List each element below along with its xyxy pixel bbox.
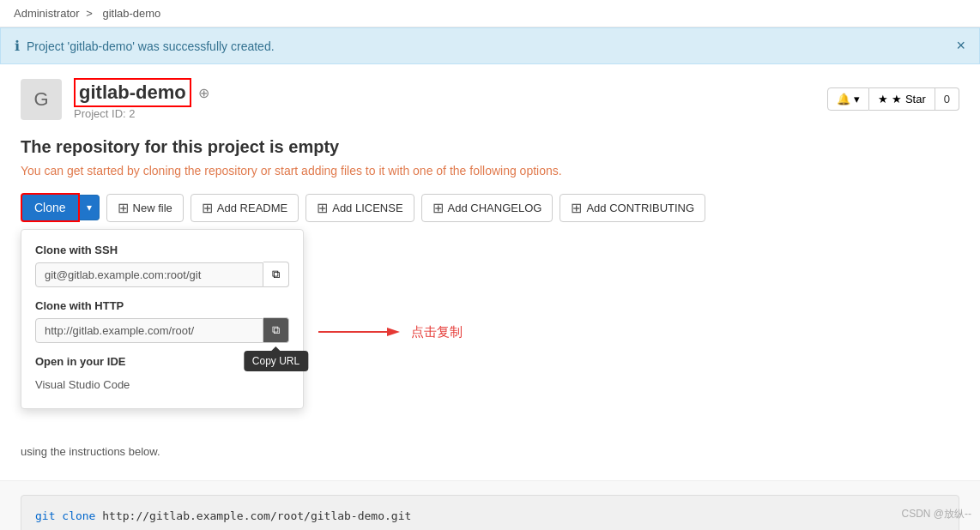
copy-icon-http: ⧉	[272, 323, 280, 337]
globe-icon: ⊕	[198, 85, 209, 101]
new-file-button[interactable]: ⊞ New file	[106, 194, 184, 222]
add-license-button[interactable]: ⊞ Add LICENSE	[305, 194, 414, 222]
project-id: Project ID: 2	[74, 107, 209, 120]
alert-message: Project 'gitlab-demo' was successfully c…	[27, 39, 275, 53]
http-url-input[interactable]	[35, 318, 263, 343]
alert-close-button[interactable]: ×	[956, 37, 965, 55]
ide-option[interactable]: Visual Studio Code	[35, 375, 289, 394]
empty-repo-title: The repository for this project is empty	[21, 137, 959, 157]
add-license-label: Add LICENSE	[332, 202, 402, 214]
new-file-label: New file	[133, 202, 172, 214]
ssh-copy-button[interactable]: ⧉	[263, 262, 289, 287]
project-avatar: G	[21, 79, 62, 120]
add-contributing-label: Add CONTRIBUTING	[586, 202, 694, 214]
clone-dropdown: Clone with SSH ⧉ Clone with HTTP ⧉ Copy …	[21, 229, 304, 409]
add-readme-button[interactable]: ⊞ Add README	[191, 194, 299, 222]
clone-arrow-button[interactable]: ▾	[80, 195, 100, 220]
http-copy-button[interactable]: ⧉ Copy URL	[263, 317, 289, 343]
license-icon: ⊞	[317, 200, 328, 216]
add-changelog-label: Add CHANGELOG	[448, 202, 542, 214]
star-icon: ★	[878, 93, 888, 105]
bell-icon: 🔔	[837, 93, 850, 105]
alert-banner: ℹ Project 'gitlab-demo' was successfully…	[0, 27, 980, 64]
copy-tooltip: Copy URL	[244, 351, 308, 371]
notify-button[interactable]: 🔔 ▾	[827, 87, 869, 111]
ssh-section-label: Clone with SSH	[35, 244, 289, 256]
copy-icon: ⧉	[272, 268, 280, 281]
star-button[interactable]: ★ ★ Star	[869, 87, 935, 111]
breadcrumb-separator: >	[86, 7, 93, 20]
instructions-text: using the instructions below.	[21, 445, 160, 458]
star-label: ★ Star	[892, 93, 925, 105]
breadcrumb-current: gitlab-demo	[102, 7, 160, 20]
svg-marker-1	[387, 328, 400, 336]
changelog-icon: ⊞	[433, 200, 444, 216]
star-count: 0	[935, 87, 959, 111]
watermark: CSDN @放纵--	[901, 507, 971, 521]
notify-arrow-icon: ▾	[854, 93, 860, 105]
breadcrumb: Administrator > gitlab-demo	[0, 0, 980, 27]
add-contributing-button[interactable]: ⊞ Add CONTRIBUTING	[560, 194, 705, 222]
ssh-url-input[interactable]	[35, 262, 263, 287]
clone-main-button[interactable]: Clone	[21, 193, 80, 222]
add-changelog-button[interactable]: ⊞ Add CHANGELOG	[421, 194, 554, 222]
info-icon: ℹ	[15, 38, 20, 54]
readme-icon: ⊞	[202, 200, 213, 216]
new-file-icon: ⊞	[118, 200, 129, 216]
project-name: gitlab-demo	[74, 78, 191, 107]
empty-repo-description: You can get started by cloning the repos…	[21, 164, 959, 178]
code-block: git clone http://gitlab.example.com/root…	[21, 495, 959, 530]
annotation-text: 点击复制	[411, 324, 463, 340]
contributing-icon: ⊞	[571, 200, 582, 216]
add-readme-label: Add README	[217, 202, 287, 214]
breadcrumb-parent[interactable]: Administrator	[14, 7, 80, 20]
http-section-label: Clone with HTTP	[35, 299, 289, 312]
